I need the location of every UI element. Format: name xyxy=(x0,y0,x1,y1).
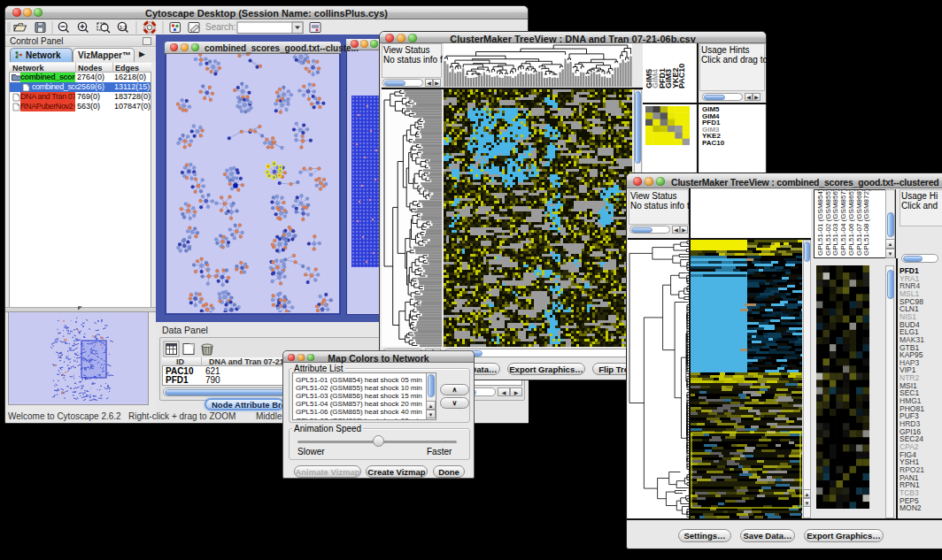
svg-text:1:1: 1:1 xyxy=(120,25,127,30)
svg-text:Search:: Search: xyxy=(205,22,236,32)
